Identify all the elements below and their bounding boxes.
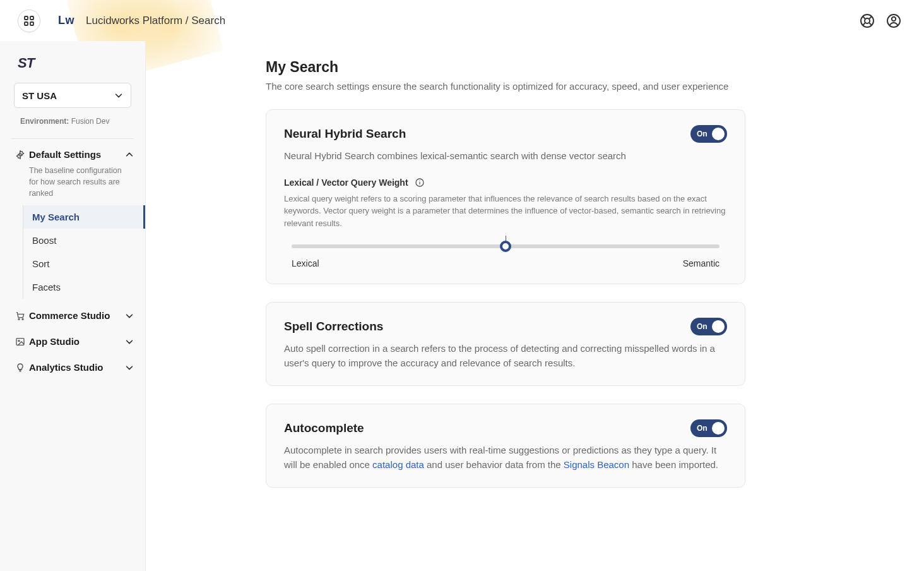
- region-selector[interactable]: ST USA: [14, 83, 131, 108]
- slider-right-label: Semantic: [683, 258, 720, 268]
- apps-grid-icon: [24, 16, 34, 26]
- weight-slider[interactable]: [292, 244, 720, 248]
- link-catalog-data[interactable]: catalog data: [372, 459, 424, 470]
- page-subtitle: The core search settings ensure the sear…: [266, 81, 886, 92]
- svg-line-8: [869, 16, 872, 18]
- svg-rect-1: [30, 16, 33, 20]
- nav-closed-label: Analytics Studio: [29, 362, 125, 373]
- gear-icon: [15, 150, 29, 160]
- svg-point-16: [18, 340, 20, 342]
- nav-section-commerce-studio[interactable]: Commerce Studio: [0, 303, 145, 328]
- svg-rect-15: [16, 339, 24, 346]
- user-account-button[interactable]: [884, 11, 904, 31]
- card-title: Spell Corrections: [284, 320, 690, 334]
- nav-closed-label: Commerce Studio: [29, 310, 125, 321]
- toggle-knob: [712, 422, 725, 435]
- svg-line-9: [863, 22, 865, 25]
- user-circle-icon: [886, 13, 901, 28]
- sidebar-item-sort[interactable]: Sort: [23, 252, 145, 275]
- sidebar-item-my-search[interactable]: My Search: [23, 205, 145, 229]
- toggle-neural-hybrid[interactable]: On: [690, 125, 727, 143]
- svg-point-14: [22, 318, 23, 320]
- chevron-down-icon: [125, 363, 134, 372]
- toggle-label: On: [697, 424, 708, 433]
- chevron-up-icon: [125, 150, 134, 159]
- svg-rect-0: [25, 16, 28, 20]
- toggle-knob: [712, 320, 725, 333]
- chevron-down-icon: [114, 91, 123, 100]
- svg-rect-2: [25, 22, 28, 25]
- nav-section-desc: The baseline configuration for how searc…: [0, 164, 145, 205]
- toggle-label: On: [697, 322, 708, 331]
- sidebar-item-boost[interactable]: Boost: [23, 229, 145, 252]
- nav-section-analytics-studio[interactable]: Analytics Studio: [0, 354, 145, 380]
- svg-point-13: [18, 318, 20, 320]
- sidebar-item-facets[interactable]: Facets: [23, 275, 145, 299]
- link-signals-beacon[interactable]: Signals Beacon: [564, 459, 629, 470]
- svg-point-11: [892, 16, 896, 20]
- svg-line-7: [869, 22, 872, 25]
- apps-launcher-button[interactable]: [18, 9, 40, 32]
- toggle-spell-corrections[interactable]: On: [690, 318, 727, 335]
- card-autocomplete: Autocomplete On Autocomplete in search p…: [266, 404, 745, 488]
- toggle-knob: [712, 128, 725, 140]
- page-title: My Search: [266, 59, 886, 76]
- slider-left-label: Lexical: [292, 258, 319, 268]
- cart-icon: [15, 311, 29, 321]
- card-desc: Neural Hybrid Search combines lexical-se…: [284, 149, 727, 164]
- toggle-autocomplete[interactable]: On: [690, 419, 727, 437]
- card-neural-hybrid-search: Neural Hybrid Search On Neural Hybrid Se…: [266, 109, 745, 284]
- chevron-down-icon: [125, 311, 134, 320]
- card-title: Neural Hybrid Search: [284, 127, 690, 141]
- svg-line-6: [863, 16, 865, 18]
- slider-center-tick: [506, 236, 506, 241]
- region-selected-value: ST USA: [22, 90, 57, 101]
- toggle-label: On: [697, 129, 708, 138]
- divider: [11, 138, 134, 139]
- breadcrumb: Lucidworks Platform / Search: [86, 15, 225, 27]
- info-icon[interactable]: [415, 177, 425, 188]
- lightbulb-icon: [15, 363, 29, 373]
- lifebuoy-icon: [860, 13, 875, 28]
- slider-title: Lexical / Vector Query Weight: [284, 177, 408, 188]
- card-title: Autocomplete: [284, 421, 690, 435]
- nav-closed-label: App Studio: [29, 336, 125, 347]
- customer-brand-logo: ST: [18, 55, 145, 71]
- svg-point-19: [419, 180, 420, 181]
- chevron-down-icon: [125, 337, 134, 346]
- product-logo: Lw: [58, 14, 74, 27]
- image-icon: [15, 337, 29, 347]
- slider-thumb[interactable]: [500, 241, 511, 252]
- sidebar: ST ST USA Environment: Fusion Dev Defaul…: [0, 41, 146, 571]
- card-desc: Auto spell correction in a search refers…: [284, 342, 727, 370]
- card-desc: Autocomplete in search provides users wi…: [284, 443, 727, 472]
- nav-section-app-studio[interactable]: App Studio: [0, 328, 145, 354]
- environment-indicator: Environment: Fusion Dev: [20, 117, 131, 126]
- svg-rect-3: [30, 22, 33, 25]
- card-spell-corrections: Spell Corrections On Auto spell correcti…: [266, 302, 745, 386]
- nav-section-label: Default Settings: [29, 149, 125, 160]
- slider-help-text: Lexical query weight refers to a scoring…: [284, 193, 727, 230]
- nav-section-default-settings[interactable]: Default Settings: [0, 144, 145, 164]
- help-button[interactable]: [857, 11, 877, 31]
